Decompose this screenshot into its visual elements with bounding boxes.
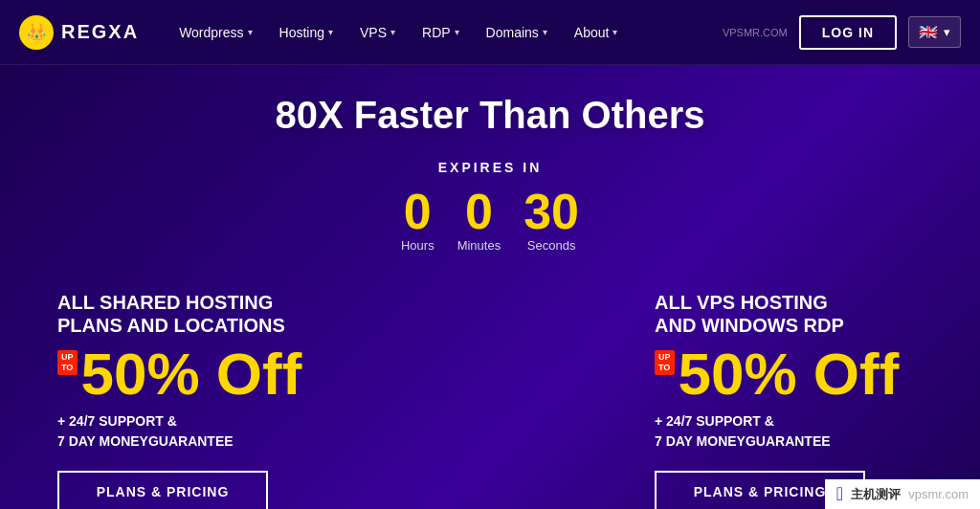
hours-value: 0 <box>404 187 432 236</box>
bottom-watermark-bar:  主机测评 vpsmr.com <box>825 479 980 509</box>
login-button[interactable]: LOG IN <box>799 15 897 50</box>
offer-shared-sub: + 24/7 SUPPORT &7 DAY MONEYGUARANTEE <box>57 411 325 452</box>
nav-right: VPSMR.COM LOG IN 🇬🇧 ▾ <box>723 15 961 50</box>
nav-about[interactable]: About ▾ <box>563 17 630 48</box>
hours-label: Hours <box>401 238 434 253</box>
hero-section: 80X Faster Than Others EXPIRES IN 0 Hour… <box>0 65 980 509</box>
offer-shared-title: ALL SHARED HOSTINGPLANS AND LOCATIONS <box>57 291 325 337</box>
offer-shared-discount-row: UP TO 50% Off <box>57 344 325 404</box>
bottom-wm-site: vpsmr.com <box>908 487 969 501</box>
nav-domains[interactable]: Domains ▾ <box>475 17 559 48</box>
countdown-hours: 0 Hours <box>401 187 434 253</box>
flag-icon: 🇬🇧 <box>919 23 938 41</box>
logo-icon: 👑 <box>19 15 54 50</box>
bottom-wm-text: 主机测评 <box>851 486 901 503</box>
offer-vps-sub: + 24/7 SUPPORT &7 DAY MONEYGUARANTEE <box>655 411 923 452</box>
up-to-badge-right: UP TO <box>655 350 675 375</box>
hero-title: 80X Faster Than Others <box>38 94 942 137</box>
countdown-seconds: 30 Seconds <box>523 187 579 253</box>
nav-about-arrow: ▾ <box>612 27 617 37</box>
nav-wordpress-label: Wordpress <box>179 25 243 40</box>
nav-links: Wordpress ▾ Hosting ▾ VPS ▾ RDP ▾ Domain… <box>167 17 723 48</box>
offers-row: ALL SHARED HOSTINGPLANS AND LOCATIONS UP… <box>38 281 942 509</box>
minutes-value: 0 <box>465 187 493 236</box>
lang-arrow: ▾ <box>944 25 950 39</box>
expires-label: EXPIRES IN <box>38 160 942 175</box>
countdown-section: EXPIRES IN 0 Hours 0 Minutes 30 Seconds <box>38 160 942 253</box>
logo[interactable]: 👑 REGXA <box>19 15 139 50</box>
seconds-label: Seconds <box>527 238 576 253</box>
logo-text: REGXA <box>61 21 139 43</box>
nav-wordpress-arrow: ▾ <box>248 27 253 37</box>
nav-rdp-label: RDP <box>422 25 451 40</box>
site-label: VPSMR.COM <box>723 27 788 38</box>
nav-about-label: About <box>574 25 610 40</box>
discount-text-right: 50% Off <box>679 344 900 404</box>
nav-wordpress[interactable]: Wordpress ▾ <box>167 17 263 48</box>
offer-card-shared: ALL SHARED HOSTINGPLANS AND LOCATIONS UP… <box>38 281 345 509</box>
nav-vps-arrow: ▾ <box>390 27 395 37</box>
seconds-value: 30 <box>523 187 579 236</box>
countdown-minutes: 0 Minutes <box>457 187 501 253</box>
offer-vps-discount-row: UP TO 50% Off <box>655 344 923 404</box>
bottom-wm-icon:  <box>836 483 843 505</box>
countdown-row: 0 Hours 0 Minutes 30 Seconds <box>38 187 942 253</box>
nav-rdp[interactable]: RDP ▾ <box>411 17 471 48</box>
nav-domains-label: Domains <box>486 25 539 40</box>
up-to-badge-left: UP TO <box>57 350 78 375</box>
shared-plans-button[interactable]: PLANS & PRICING <box>57 471 268 509</box>
navbar: 👑 REGXA Wordpress ▾ Hosting ▾ VPS ▾ RDP … <box>0 0 980 65</box>
nav-domains-arrow: ▾ <box>543 27 547 37</box>
nav-vps-label: VPS <box>360 25 387 40</box>
nav-rdp-arrow: ▾ <box>455 27 459 37</box>
nav-hosting-arrow: ▾ <box>328 27 333 37</box>
nav-hosting[interactable]: Hosting ▾ <box>268 17 345 48</box>
offer-vps-title: ALL VPS HOSTINGAND WINDOWS RDP <box>655 291 923 337</box>
offer-card-vps: ALL VPS HOSTINGAND WINDOWS RDP UP TO 50%… <box>635 281 942 509</box>
language-selector[interactable]: 🇬🇧 ▾ <box>908 16 961 48</box>
nav-vps[interactable]: VPS ▾ <box>348 17 407 48</box>
minutes-label: Minutes <box>457 238 501 253</box>
discount-text-left: 50% Off <box>81 344 302 404</box>
nav-hosting-label: Hosting <box>279 25 324 40</box>
